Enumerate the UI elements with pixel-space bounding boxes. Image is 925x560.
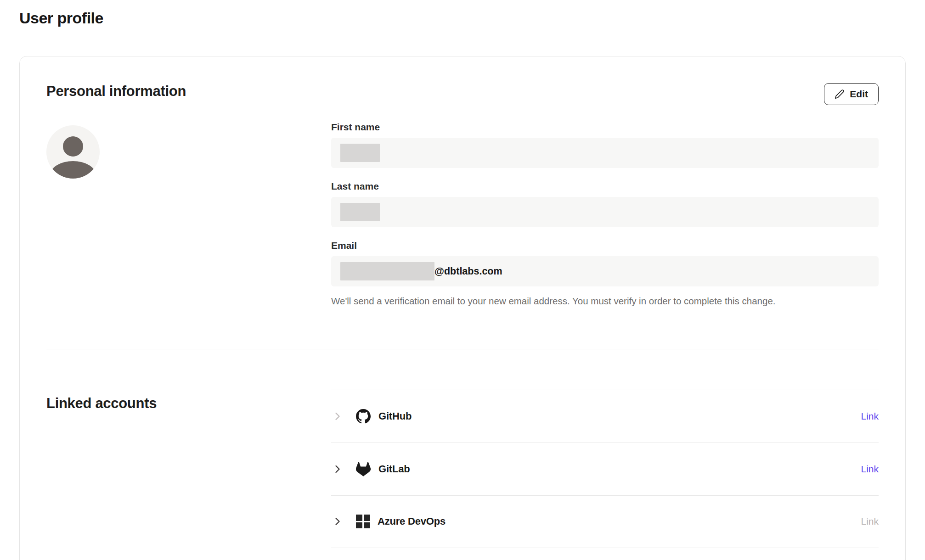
redacted-first-name-value [340, 144, 380, 162]
last-name-label: Last name [331, 181, 879, 192]
link-action-azure-devops[interactable]: Link [861, 516, 879, 527]
email-field[interactable]: @dbtlabs.com [331, 256, 879, 286]
chevron-right-icon[interactable] [331, 515, 344, 528]
linked-accounts-list: GitHub Link GitLab Link [331, 390, 879, 548]
linked-accounts-heading: Linked accounts [46, 395, 331, 412]
linked-account-row-gitlab: GitLab Link [331, 442, 879, 495]
link-action-github[interactable]: Link [861, 411, 879, 422]
edit-button-label: Edit [850, 89, 868, 100]
email-domain-text: @dbtlabs.com [434, 266, 502, 277]
edit-button[interactable]: Edit [824, 83, 879, 105]
gitlab-icon [356, 462, 371, 476]
account-name: GitLab [378, 463, 410, 475]
chevron-right-icon[interactable] [331, 463, 344, 476]
chevron-right-icon[interactable] [331, 410, 344, 423]
first-name-label: First name [331, 122, 879, 133]
account-name: GitHub [378, 410, 412, 422]
page-title: User profile [19, 9, 103, 27]
github-icon [356, 409, 371, 424]
email-help-text: We'll send a verification email to your … [331, 295, 879, 308]
personal-information-section: Personal information Edit First name [46, 83, 879, 308]
link-action-gitlab[interactable]: Link [861, 464, 879, 475]
linked-account-row-azure-devops: Azure DevOps Link [331, 495, 879, 548]
linked-account-row-github: GitHub Link [331, 390, 879, 442]
account-name: Azure DevOps [378, 515, 446, 527]
profile-card: Personal information Edit First name [19, 56, 906, 560]
avatar-person-icon [63, 136, 83, 157]
pencil-icon [835, 89, 845, 99]
first-name-field[interactable] [331, 138, 879, 168]
redacted-last-name-value [340, 203, 380, 221]
azure-devops-icon [356, 515, 370, 528]
redacted-email-local-part [340, 262, 434, 280]
avatar [46, 125, 100, 179]
page-header: User profile [0, 0, 925, 36]
personal-information-heading: Personal information [46, 83, 186, 100]
email-label: Email [331, 240, 879, 251]
last-name-field[interactable] [331, 197, 879, 227]
linked-accounts-section: Linked accounts GitHub Link [46, 390, 879, 548]
section-divider [46, 349, 879, 349]
